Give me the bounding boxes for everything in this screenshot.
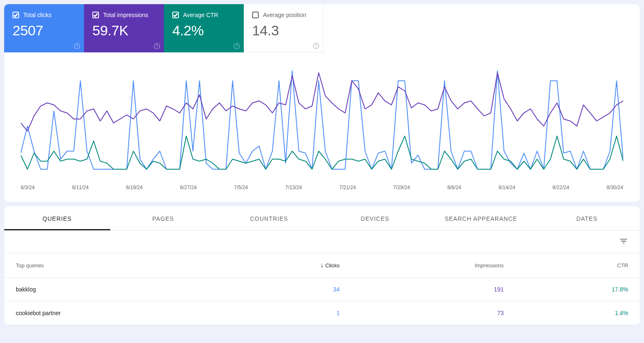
metric-tile-total-clicks[interactable]: Total clicks2507 bbox=[4, 4, 84, 52]
help-icon[interactable] bbox=[312, 42, 320, 49]
metric-tile-average-ctr[interactable]: Average CTR4.2% bbox=[164, 4, 244, 52]
cell-ctr: 1.4% bbox=[515, 301, 640, 325]
svg-point-1 bbox=[77, 47, 77, 48]
table-header: Top queries↓ClicksImpressionsCTR bbox=[4, 253, 640, 278]
col-top-queries[interactable]: Top queries bbox=[4, 253, 218, 278]
x-tick: 7/29/24 bbox=[393, 185, 410, 190]
series-ctr bbox=[21, 136, 623, 169]
filter-icon[interactable] bbox=[619, 237, 628, 247]
cell-clicks: 34 bbox=[218, 278, 351, 301]
sort-arrow-icon: ↓ bbox=[320, 262, 324, 269]
cell-clicks: 1 bbox=[218, 301, 351, 325]
metric-label: Average CTR bbox=[183, 12, 218, 18]
x-tick: 6/3/24 bbox=[21, 185, 35, 190]
metric-tile-average-position[interactable]: Average position14.3 bbox=[244, 4, 324, 52]
x-tick: 7/5/24 bbox=[234, 185, 248, 190]
tab-pages[interactable]: PAGES bbox=[110, 206, 216, 230]
cell-query: cookiebot partner bbox=[4, 301, 218, 325]
x-tick: 8/22/24 bbox=[552, 185, 569, 190]
tab-dates[interactable]: DATES bbox=[534, 206, 640, 230]
x-tick: 8/14/24 bbox=[498, 185, 515, 190]
x-axis-labels: 6/3/246/11/246/19/246/27/247/5/247/13/24… bbox=[21, 181, 623, 198]
x-tick: 7/13/24 bbox=[285, 185, 302, 190]
queries-card: QUERIESPAGESCOUNTRIESDEVICESSEARCH APPEA… bbox=[4, 206, 640, 325]
help-icon[interactable] bbox=[73, 42, 81, 50]
cell-ctr: 17.8% bbox=[515, 278, 640, 301]
series-impressions bbox=[21, 73, 623, 131]
col-ctr[interactable]: CTR bbox=[515, 253, 640, 278]
metric-label: Total impressions bbox=[103, 12, 148, 18]
metric-value: 4.2% bbox=[172, 22, 235, 39]
checkbox-icon bbox=[12, 12, 19, 18]
svg-point-7 bbox=[316, 47, 316, 47]
col-impressions[interactable]: Impressions bbox=[351, 253, 515, 278]
tab-queries[interactable]: QUERIES bbox=[4, 206, 110, 230]
svg-point-5 bbox=[236, 47, 237, 48]
x-tick: 6/19/24 bbox=[126, 185, 143, 190]
performance-card: Total clicks2507Total impressions59.7KAv… bbox=[4, 4, 640, 202]
table-body: bakklog3419117.8%cookiebot partner1731.4… bbox=[4, 278, 640, 325]
metric-label: Average position bbox=[263, 12, 306, 18]
tab-devices[interactable]: DEVICES bbox=[322, 206, 428, 230]
checkbox-icon bbox=[172, 12, 179, 18]
cell-query: bakklog bbox=[4, 278, 218, 301]
help-icon[interactable] bbox=[233, 42, 240, 50]
metric-tiles: Total clicks2507Total impressions59.7KAv… bbox=[4, 4, 640, 52]
checkbox-icon bbox=[252, 12, 259, 18]
table-row[interactable]: bakklog3419117.8% bbox=[4, 278, 640, 301]
tab-search-appearance[interactable]: SEARCH APPEARANCE bbox=[428, 206, 534, 230]
line-chart bbox=[21, 61, 623, 181]
filter-bar bbox=[4, 231, 640, 253]
query-table: Top queries↓ClicksImpressionsCTR bakklog… bbox=[4, 253, 640, 325]
table-row[interactable]: cookiebot partner1731.4% bbox=[4, 301, 640, 325]
svg-point-3 bbox=[156, 47, 157, 48]
checkbox-icon bbox=[92, 12, 99, 18]
cell-impressions: 191 bbox=[351, 278, 515, 301]
metric-label: Total clicks bbox=[23, 12, 52, 18]
x-tick: 6/11/24 bbox=[72, 185, 89, 190]
tab-countries[interactable]: COUNTRIES bbox=[216, 206, 322, 230]
help-icon[interactable] bbox=[153, 42, 161, 50]
col-label: Clicks bbox=[325, 262, 340, 269]
x-tick: 6/27/24 bbox=[180, 185, 197, 190]
x-tick: 8/6/24 bbox=[447, 185, 461, 190]
x-tick: 7/21/24 bbox=[339, 185, 356, 190]
col-clicks[interactable]: ↓Clicks bbox=[218, 253, 351, 278]
metric-value: 14.3 bbox=[252, 22, 315, 39]
cell-impressions: 73 bbox=[351, 301, 515, 325]
chart-area: 6/3/246/11/246/19/246/27/247/5/247/13/24… bbox=[4, 52, 640, 202]
metric-tile-total-impressions[interactable]: Total impressions59.7K bbox=[84, 4, 164, 52]
tab-bar: QUERIESPAGESCOUNTRIESDEVICESSEARCH APPEA… bbox=[4, 206, 640, 231]
metric-value: 59.7K bbox=[92, 22, 156, 39]
x-tick: 8/30/24 bbox=[607, 185, 623, 190]
metric-value: 2507 bbox=[12, 22, 76, 39]
